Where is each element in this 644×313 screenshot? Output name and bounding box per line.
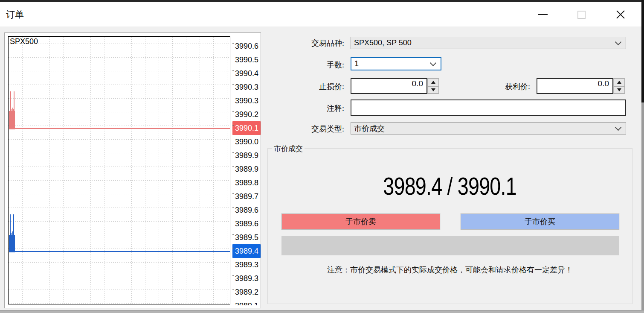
order-dialog: 订单 SPX500 3990.63990.53990.43990.33990.3… [0, 0, 644, 313]
price-scale-value: 3990.3 [232, 94, 261, 108]
sell-by-market-button[interactable]: 于市价卖 [281, 214, 440, 230]
take-profit-spin-buttons [613, 78, 625, 94]
market-execution-note: 注意：市价交易模式下的实际成交价格，可能会和请求价格有一定差异！ [268, 265, 632, 275]
take-profit-decrement-button[interactable] [614, 86, 625, 94]
price-scale-tick [232, 43, 234, 44]
price-scale-value: 3990.2 [232, 108, 261, 121]
market-execution-group: 市价成交 3989.4 / 3990.1 于市价卖 于市价买 注意：市价交易模式… [267, 148, 632, 304]
price-scale-value: 3989.2 [232, 285, 261, 299]
arrow-up-icon [431, 81, 435, 84]
close-button[interactable] [611, 6, 630, 23]
take-profit-increment-button[interactable] [614, 79, 625, 86]
tick-chart-svg [9, 37, 230, 304]
price-scale-tick [232, 152, 234, 153]
price-scale-value: 3989.1 [232, 299, 261, 305]
ask-price-badge: 3990.1 [232, 121, 261, 135]
symbol-select-value: SPX500, SP 500 [354, 38, 412, 47]
maximize-icon [577, 11, 586, 19]
order-type-select[interactable]: 市价成交 [351, 122, 626, 135]
arrow-down-icon [431, 88, 435, 91]
volume-combobox[interactable]: 1 [351, 57, 441, 70]
take-profit-label: 获利价: [469, 82, 530, 92]
chart-symbol-label: SPX500 [10, 37, 38, 46]
market-execution-group-title: 市价成交 [272, 144, 305, 154]
volume-value: 1 [354, 59, 359, 68]
price-scale-value: 3989.8 [232, 176, 261, 190]
price-scale-value: 3989.9 [232, 149, 261, 162]
price-scale-value: 3990.0 [232, 135, 261, 149]
price-scale-tick [232, 70, 234, 71]
chevron-down-icon [615, 124, 622, 131]
price-scale-tick [232, 98, 234, 98]
comment-input[interactable] [351, 99, 626, 116]
stop-loss-decrement-button[interactable] [428, 86, 439, 94]
comment-label: 注释: [269, 103, 344, 114]
price-scale-tick [232, 57, 234, 57]
execution-progress-bar [281, 236, 619, 255]
price-scale-tick [232, 289, 234, 290]
price-scale-tick [232, 125, 234, 126]
minimize-icon [538, 14, 548, 15]
price-scale-value: 3989.3 [232, 258, 261, 272]
stop-loss-spin-buttons [427, 78, 439, 94]
price-scale-tick [232, 180, 234, 180]
price-scale-tick [232, 221, 234, 221]
chevron-down-icon [615, 38, 622, 45]
price-scale-tick [232, 303, 234, 303]
price-scale: 3990.63990.53990.43990.33990.33990.23990… [232, 36, 261, 305]
price-scale-tick [232, 139, 234, 139]
price-scale-value: 3990.5 [232, 53, 261, 67]
price-scale-value: 3989.9 [232, 162, 261, 176]
price-scale-value: 3989.5 [232, 231, 261, 244]
order-type-value: 市价成交 [354, 123, 385, 134]
bid-ask-quote: 3989.4 / 3990.1 [268, 172, 632, 200]
stop-loss-increment-button[interactable] [428, 79, 439, 86]
price-scale-value: 3989.6 [232, 217, 261, 231]
price-scale-tick [232, 207, 234, 208]
buy-by-market-button[interactable]: 于市价买 [461, 214, 619, 230]
maximize-button[interactable] [571, 6, 591, 23]
price-scale-value: 3989.3 [232, 272, 261, 285]
tick-chart-plot: SPX500 [8, 36, 230, 304]
price-scale-value: 3990.6 [232, 39, 261, 53]
chevron-down-icon [430, 59, 437, 66]
price-scale-tick [232, 262, 234, 262]
price-scale-tick [232, 234, 234, 235]
take-profit-spinner: 0.0 [537, 78, 625, 94]
arrow-up-icon [617, 81, 621, 84]
price-scale-value: 3989.7 [232, 190, 261, 203]
background-right-strip-gray [641, 102, 644, 313]
bid-price-badge: 3989.4 [232, 244, 261, 258]
arrow-down-icon [617, 88, 621, 91]
price-scale-tick [232, 166, 234, 167]
symbol-label: 交易品种: [269, 38, 344, 48]
price-scale-value: 3989.6 [232, 203, 261, 217]
minimize-button[interactable] [533, 6, 552, 23]
price-scale-tick [232, 275, 234, 276]
stop-loss-label: 止损价: [269, 82, 344, 92]
price-scale-tick [232, 248, 234, 249]
window-bottom-edge [0, 310, 644, 313]
tick-chart-panel: SPX500 3990.63990.53990.43990.33990.3399… [4, 32, 261, 308]
stop-loss-spinner: 0.0 [351, 78, 439, 94]
volume-label: 手数: [269, 60, 344, 70]
price-scale-value: 3990.3 [232, 80, 261, 94]
price-scale-tick [232, 111, 234, 112]
window-title: 订单 [6, 9, 24, 20]
stop-loss-input[interactable]: 0.0 [351, 78, 427, 94]
symbol-select[interactable]: SPX500, SP 500 [351, 37, 626, 49]
title-bar: 订单 [0, 2, 641, 26]
order-type-label: 交易类型: [269, 124, 344, 134]
price-scale-tick [232, 193, 234, 194]
price-scale-tick [232, 84, 234, 85]
take-profit-input[interactable]: 0.0 [537, 78, 613, 94]
price-scale-value: 3990.4 [232, 67, 261, 80]
bid-ask-quote-text: 3989.4 / 3990.1 [383, 172, 517, 200]
background-right-strip-dark [641, 0, 644, 102]
close-icon [615, 9, 626, 20]
